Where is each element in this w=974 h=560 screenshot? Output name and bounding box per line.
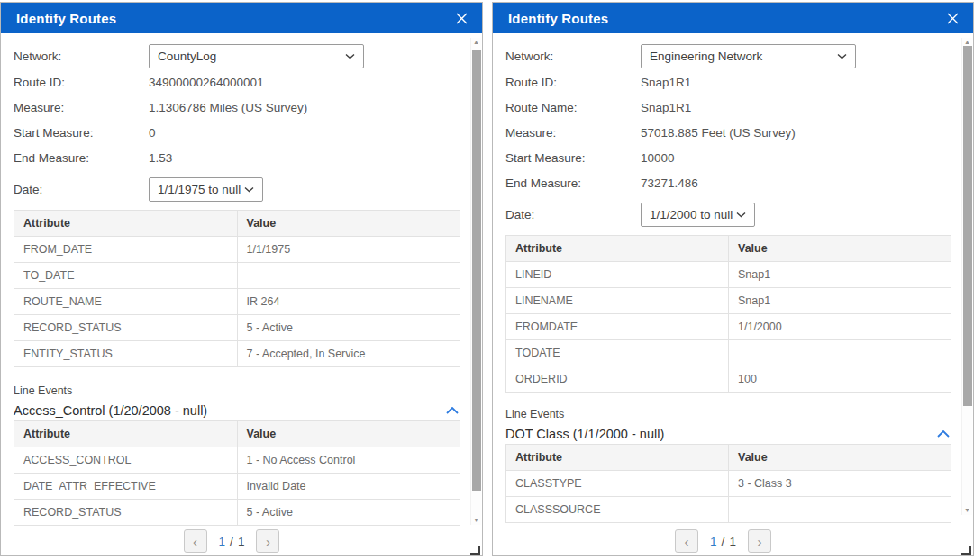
- resize-grip[interactable]: [470, 546, 480, 555]
- end-measure-value: 73271.486: [641, 176, 698, 190]
- page-indicator: 1 / 1: [219, 535, 245, 548]
- table-row: TODATE: [506, 340, 951, 366]
- start-measure-label: Start Measure:: [14, 126, 149, 140]
- chevron-right-icon: ›: [266, 535, 270, 548]
- network-label: Network:: [14, 50, 149, 63]
- line-events-table: Attribute Value CLASSTYPE3 - Class 3 CLA…: [505, 444, 951, 523]
- chevron-down-icon: [244, 186, 254, 193]
- value-cell: [237, 263, 460, 289]
- value-cell: 1/1/1975: [237, 237, 460, 263]
- page-separator: /: [230, 535, 233, 548]
- scrollbar-thumb[interactable]: [472, 50, 481, 491]
- network-select-value: CountyLog: [158, 50, 216, 63]
- chevron-right-icon: ›: [757, 535, 761, 548]
- date-select[interactable]: 1/1/2000 to null: [641, 203, 755, 227]
- measure-value: 1.1306786 Miles (US Survey): [149, 101, 307, 114]
- line-events-label: Line Events: [505, 408, 951, 420]
- window-titlebar[interactable]: Identify Routes: [1, 3, 482, 33]
- line-events-section-title: DOT Class (1/1/2000 - null): [505, 427, 664, 441]
- window-title: Identify Routes: [508, 11, 608, 26]
- end-measure-row: End Measure: 73271.486: [505, 170, 951, 195]
- table-header-row: Attribute Value: [14, 421, 460, 447]
- table-row: LINENAMESnap1: [506, 288, 951, 314]
- next-page-button[interactable]: ›: [748, 529, 771, 553]
- total-pages: 1: [238, 535, 245, 548]
- vertical-scrollbar[interactable]: ▲ ▼: [961, 38, 972, 515]
- network-select-value: Engineering Network: [650, 50, 762, 63]
- attribute-cell: CLASSTYPE: [506, 471, 729, 497]
- network-select[interactable]: CountyLog: [149, 44, 364, 68]
- attribute-column-header: Attribute: [14, 421, 238, 447]
- next-page-button[interactable]: ›: [256, 529, 279, 553]
- measure-row: Measure: 57018.885 Feet (US Survey): [505, 120, 951, 145]
- close-icon[interactable]: [944, 10, 960, 26]
- table-row: CLASSSOURCE: [506, 497, 951, 523]
- scroll-up-icon[interactable]: ▲: [471, 38, 481, 47]
- attribute-cell: RECORD_STATUS: [14, 315, 238, 341]
- table-row: RECORD_STATUS5 - Active: [14, 500, 460, 526]
- attribute-cell: ACCESS_CONTROL: [14, 447, 238, 474]
- table-row: ORDERID100: [506, 366, 951, 393]
- table-header-row: Attribute Value: [506, 236, 951, 262]
- start-measure-row: Start Measure: 10000: [505, 145, 951, 170]
- line-events-label: Line Events: [14, 384, 460, 397]
- chevron-up-icon[interactable]: [935, 429, 951, 439]
- chevron-down-icon: [837, 53, 847, 59]
- total-pages: 1: [729, 535, 736, 548]
- route-attribute-table: Attribute Value FROM_DATE1/1/1975 TO_DAT…: [14, 210, 460, 367]
- value-cell: 1 - No Access Control: [237, 447, 460, 474]
- date-select[interactable]: 1/1/1975 to null: [149, 177, 263, 202]
- table-row: ENTITY_STATUS7 - Accepted, In Service: [14, 341, 460, 367]
- table-row: FROM_DATE1/1/1975: [14, 237, 460, 263]
- value-cell: 5 - Active: [237, 500, 460, 526]
- pagination: ‹ 1 / 1 ›: [1, 527, 462, 555]
- table-header-row: Attribute Value: [506, 445, 951, 471]
- attribute-cell: FROMDATE: [506, 314, 729, 340]
- attribute-cell: LINENAME: [506, 288, 729, 314]
- chevron-up-icon[interactable]: [444, 405, 460, 416]
- network-select[interactable]: Engineering Network: [641, 44, 856, 68]
- scroll-down-icon[interactable]: ▼: [471, 516, 481, 525]
- line-events-section-title: Access_Control (1/20/2008 - null): [14, 403, 207, 418]
- attribute-cell: FROM_DATE: [14, 237, 238, 263]
- network-label: Network:: [505, 50, 641, 63]
- date-select-value: 1/1/2000 to null: [650, 208, 733, 221]
- route-name-value: Snap1R1: [641, 101, 691, 114]
- route-id-label: Route ID:: [505, 76, 641, 89]
- value-cell: 1/1/2000: [729, 314, 951, 340]
- table-row: FROMDATE1/1/2000: [506, 314, 951, 340]
- measure-label: Measure:: [505, 126, 641, 140]
- value-column-header: Value: [237, 421, 460, 447]
- date-select-value: 1/1/1975 to null: [158, 183, 241, 196]
- identify-routes-window-right: Identify Routes Network: Engineering Net…: [492, 2, 974, 556]
- prev-page-button[interactable]: ‹: [675, 529, 698, 553]
- line-events-table: Attribute Value ACCESS_CONTROL1 - No Acc…: [14, 420, 460, 526]
- value-cell: 7 - Accepted, In Service: [237, 341, 460, 367]
- value-column-header: Value: [729, 236, 951, 262]
- start-measure-value: 0: [149, 126, 156, 140]
- attribute-cell: TO_DATE: [14, 263, 238, 289]
- table-row: DATE_ATTR_EFFECTIVEInvalid Date: [14, 474, 460, 500]
- prev-page-button[interactable]: ‹: [184, 529, 207, 553]
- date-label: Date:: [505, 208, 641, 221]
- window-titlebar[interactable]: Identify Routes: [493, 3, 973, 33]
- vertical-scrollbar[interactable]: ▲ ▼: [470, 38, 481, 525]
- value-cell: Invalid Date: [237, 474, 460, 500]
- scrollbar-thumb[interactable]: [963, 46, 972, 406]
- route-name-label: Route Name:: [505, 101, 641, 114]
- attribute-cell: RECORD_STATUS: [14, 500, 238, 526]
- panel-body: Network: Engineering Network Route ID: S…: [493, 33, 973, 557]
- value-column-header: Value: [237, 211, 460, 237]
- route-id-label: Route ID:: [14, 76, 149, 89]
- line-events-section-header: DOT Class (1/1/2000 - null): [505, 427, 951, 441]
- line-events-section-header: Access_Control (1/20/2008 - null): [14, 403, 460, 418]
- value-cell: 5 - Active: [237, 315, 460, 341]
- pagination: ‹ 1 / 1 ›: [493, 527, 953, 555]
- close-icon[interactable]: [453, 10, 469, 26]
- start-measure-label: Start Measure:: [505, 151, 641, 165]
- value-cell: [729, 340, 951, 366]
- date-field-row: Date: 1/1/1975 to null: [14, 174, 460, 204]
- attribute-cell: LINEID: [506, 262, 729, 288]
- resize-grip[interactable]: [961, 546, 971, 555]
- scroll-down-icon[interactable]: ▼: [962, 506, 972, 515]
